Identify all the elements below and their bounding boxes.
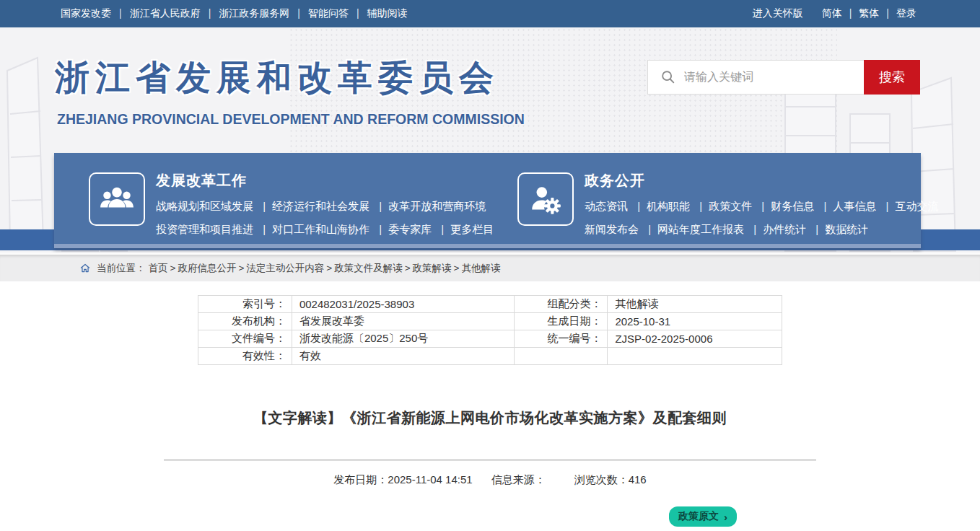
users-group-icon	[89, 172, 145, 226]
publish-date-value: 2025-11-04 14:51	[388, 473, 472, 486]
policy-original-label: 政策原文	[678, 510, 719, 523]
nav-links-disclosure-row1: 动态资讯 机构职能 政策文件 财务信息 人事信息 互动交流	[585, 200, 938, 214]
topbar-link-smart-qa[interactable]: 智能问答	[289, 7, 349, 20]
nav-link-org-functions[interactable]: 机构职能	[631, 200, 690, 212]
generation-date-value: 2025-10-31	[608, 313, 782, 330]
table-row: 文件编号： 浙发改能源〔2025〕250号 统一编号： ZJSP-02-2025…	[198, 330, 782, 348]
breadcrumb-label: 当前位置：	[97, 262, 146, 275]
site-subtitle-english: ZHEJIANG PROVINCIAL DEVELOPMENT AND REFO…	[57, 111, 525, 128]
nav-link-interaction[interactable]: 互动交流	[879, 200, 938, 212]
search-field-wrap	[648, 61, 864, 94]
nav-link-personnel-info[interactable]: 人事信息	[817, 200, 876, 212]
breadcrumb-policy-docs[interactable]: 政策文件及解读	[324, 262, 402, 275]
header-banner: 浙江省发展和改革委员会 ZHEJIANG PROVINCIAL DEVELOPM…	[0, 27, 980, 253]
topbar-link-zj-gov[interactable]: 浙江省人民政府	[111, 7, 201, 20]
breadcrumb: 当前位置： 首页 政府信息公开 法定主动公开内容 政策文件及解读 政策解读 其他…	[0, 253, 980, 281]
publish-date-label: 发布日期：	[333, 473, 388, 486]
nav-link-counterpart-work[interactable]: 对口工作和山海协作	[256, 223, 369, 235]
nav-link-policy-documents[interactable]: 政策文件	[693, 200, 752, 212]
topbar-left-links: 国家发改委 浙江省人民政府 浙江政务服务网 智能问答 辅助阅读	[61, 7, 408, 20]
document-number-label: 文件编号：	[198, 330, 292, 348]
nav-section-gov-disclosure: 政务公开 动态资讯 机构职能 政策文件 财务信息 人事信息 互动交流 新闻发布会…	[487, 153, 920, 244]
topbar-link-ndrc[interactable]: 国家发改委	[61, 7, 111, 20]
search-input[interactable]	[684, 71, 864, 84]
nav-link-news-info[interactable]: 动态资讯	[585, 200, 628, 212]
top-utility-bar: 国家发改委 浙江省人民政府 浙江政务服务网 智能问答 辅助阅读 进入关怀版 简体…	[0, 0, 980, 27]
search-button[interactable]: 搜索	[864, 60, 920, 95]
validity-value: 有效	[292, 348, 514, 365]
nav-link-investment-management[interactable]: 投资管理和项目推进	[156, 223, 253, 235]
site-title: 浙江省发展和改革委员会	[55, 55, 499, 101]
simplified-chinese-link[interactable]: 简体	[822, 7, 842, 20]
site-search: 搜索	[647, 60, 920, 95]
topbar-right-links: 进入关怀版 简体 繁体 登录	[753, 7, 916, 20]
nav-link-reform-opening[interactable]: 改革开放和营商环境	[372, 200, 486, 212]
login-link[interactable]: 登录	[879, 7, 916, 20]
title-divider	[164, 459, 816, 461]
validity-label: 有效性：	[198, 348, 292, 365]
topbar-link-assist-read[interactable]: 辅助阅读	[349, 7, 408, 20]
nav-title-development-reform[interactable]: 发展改革工作	[156, 171, 494, 190]
nav-link-financial-info[interactable]: 财务信息	[755, 200, 814, 212]
topbar-link-zj-service[interactable]: 浙江政务服务网	[201, 7, 290, 20]
nav-link-case-statistics[interactable]: 办件统计	[747, 223, 806, 235]
nav-links-disclosure-row2: 新闻发布会 网站年度工作报表 办件统计 数据统计	[585, 223, 938, 237]
publish-info-line: 发布日期：2025-11-04 14:51信息来源：浏览次数：416	[0, 473, 980, 487]
index-number-value: 002482031/2025-38903	[292, 296, 514, 313]
source-label: 信息来源：	[491, 473, 546, 486]
views-count: 416	[629, 473, 647, 486]
empty-label-cell	[514, 348, 608, 365]
page: 国家发改委 浙江省人民政府 浙江政务服务网 智能问答 辅助阅读 进入关怀版 简体…	[0, 0, 980, 531]
care-version-link[interactable]: 进入关怀版	[753, 7, 803, 20]
nav-links-development-row2: 投资管理和项目推进 对口工作和山海协作 委专家库 更多栏目	[156, 223, 494, 237]
category-value: 其他解读	[608, 296, 782, 313]
nav-texts-development: 发展改革工作 战略规划和区域发展 经济运行和社会发展 改革开放和营商环境 投资管…	[156, 171, 494, 244]
nav-link-data-statistics[interactable]: 数据统计	[809, 223, 868, 235]
nav-title-gov-disclosure[interactable]: 政务公开	[585, 171, 938, 190]
document-meta-table: 索引号： 002482031/2025-38903 组配分类： 其他解读 发布机…	[198, 295, 782, 365]
issuing-agency-label: 发布机构：	[198, 313, 292, 330]
main-nav-band: 发展改革工作 战略规划和区域发展 经济运行和社会发展 改革开放和营商环境 投资管…	[54, 153, 921, 248]
views-label: 浏览次数：	[574, 473, 629, 486]
search-icon	[660, 69, 676, 85]
breadcrumb-statutory-disclosure[interactable]: 法定主动公开内容	[236, 262, 324, 275]
traditional-chinese-link[interactable]: 繁体	[842, 7, 880, 20]
nav-links-development-row1: 战略规划和区域发展 经济运行和社会发展 改革开放和营商环境	[156, 200, 494, 214]
breadcrumb-policy-interpretation[interactable]: 政策解读	[403, 262, 452, 275]
nav-link-press-conference[interactable]: 新闻发布会	[585, 223, 639, 235]
generation-date-label: 生成日期：	[514, 313, 608, 330]
policy-button-row: 政策原文 ›	[164, 506, 816, 527]
nav-link-strategic-planning[interactable]: 战略规划和区域发展	[156, 200, 253, 212]
table-row: 有效性： 有效	[198, 348, 782, 365]
chevron-right-icon: ›	[724, 511, 727, 523]
issuing-agency-value: 省发展改革委	[292, 313, 514, 330]
index-number-label: 索引号：	[198, 296, 292, 313]
unified-number-value: ZJSP-02-2025-0006	[608, 330, 782, 348]
nav-texts-disclosure: 政务公开 动态资讯 机构职能 政策文件 财务信息 人事信息 互动交流 新闻发布会…	[585, 171, 938, 244]
breadcrumb-other-interpretation[interactable]: 其他解读	[452, 262, 501, 275]
table-row: 索引号： 002482031/2025-38903 组配分类： 其他解读	[198, 296, 782, 313]
breadcrumb-home[interactable]: 首页	[149, 262, 168, 275]
category-label: 组配分类：	[514, 296, 608, 313]
nav-link-economic-operation[interactable]: 经济运行和社会发展	[256, 200, 369, 212]
page-title: 【文字解读】《浙江省新能源上网电价市场化改革实施方案》及配套细则	[0, 408, 980, 428]
person-gear-icon	[517, 172, 574, 226]
nav-link-annual-report[interactable]: 网站年度工作报表	[642, 223, 744, 235]
breadcrumb-gov-info[interactable]: 政府信息公开	[168, 262, 237, 275]
unified-number-label: 统一编号：	[514, 330, 608, 348]
empty-value-cell	[608, 348, 782, 365]
home-icon[interactable]	[79, 263, 91, 273]
nav-link-expert-database[interactable]: 委专家库	[372, 223, 432, 235]
table-row: 发布机构： 省发展改革委 生成日期： 2025-10-31	[198, 313, 782, 330]
policy-original-button[interactable]: 政策原文 ›	[669, 506, 737, 527]
document-number-value: 浙发改能源〔2025〕250号	[292, 330, 514, 348]
nav-section-development-reform: 发展改革工作 战略规划和区域发展 经济运行和社会发展 改革开放和营商环境 投资管…	[54, 153, 487, 244]
nav-link-more-columns[interactable]: 更多栏目	[434, 223, 494, 235]
